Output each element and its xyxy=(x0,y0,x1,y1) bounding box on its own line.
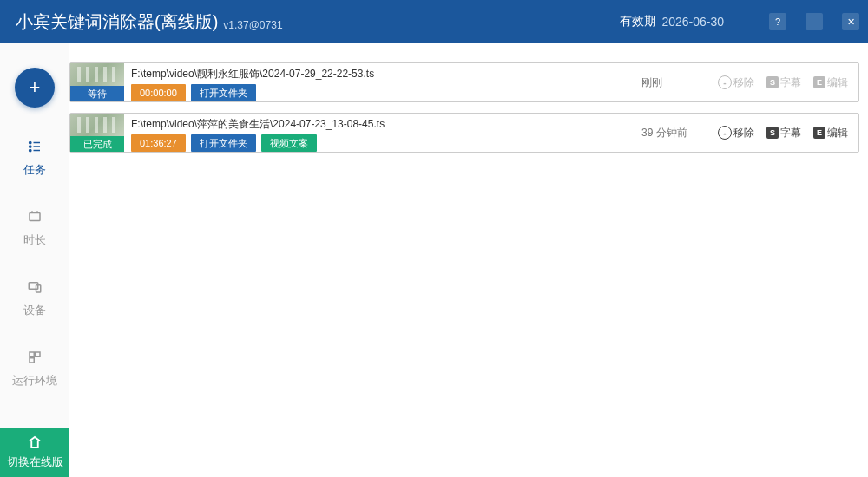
task-time: 刚刚 xyxy=(641,63,711,101)
svg-point-0 xyxy=(30,141,31,143)
tasks-icon xyxy=(27,139,43,159)
sidebar-item-runtime[interactable]: 运行环境 xyxy=(12,350,57,389)
svg-rect-6 xyxy=(30,213,40,221)
task-row: 等待 F:\temp\video\靓利永红服饰\2024-07-29_22-22… xyxy=(69,62,859,102)
subtitle-icon: S xyxy=(766,127,779,139)
close-icon: ✕ xyxy=(847,16,855,28)
close-button[interactable]: ✕ xyxy=(842,13,859,30)
remove-icon: - xyxy=(718,126,732,140)
sidebar-item-tasks[interactable]: 任务 xyxy=(23,139,46,178)
edit-button[interactable]: E 编辑 xyxy=(813,75,848,90)
sidebar-item-label: 设备 xyxy=(23,303,46,318)
sidebar-item-label: 任务 xyxy=(23,162,46,178)
help-icon: ? xyxy=(775,16,780,27)
svg-rect-11 xyxy=(30,352,34,356)
minimize-button[interactable]: — xyxy=(806,13,823,30)
expiry-label: 有效期 xyxy=(620,14,656,29)
plus-icon: + xyxy=(30,76,41,99)
subtitle-button[interactable]: S 字幕 xyxy=(766,75,801,90)
task-list: 等待 F:\temp\video\靓利永红服饰\2024-07-29_22-22… xyxy=(69,43,868,477)
add-button[interactable]: + xyxy=(15,68,55,108)
svg-rect-13 xyxy=(30,358,34,363)
titlebar: 小宾关键词消除器(离线版) v1.37@0731 有效期 2026-06-30 … xyxy=(0,0,868,43)
svg-point-2 xyxy=(30,146,31,147)
open-folder-button[interactable]: 打开文件夹 xyxy=(191,134,256,152)
sidebar: + 任务 时长 设备 xyxy=(0,43,69,477)
expiry-date: 2026-06-30 xyxy=(661,15,724,29)
task-path: F:\temp\video\萍萍的美食生活\2024-07-23_13-08-4… xyxy=(131,117,635,131)
task-thumbnail xyxy=(70,114,124,136)
svg-rect-12 xyxy=(36,352,40,356)
runtime-icon xyxy=(27,350,43,369)
task-duration-badge: 01:36:27 xyxy=(131,134,186,152)
duration-icon xyxy=(27,209,43,229)
edit-button[interactable]: E 编辑 xyxy=(813,126,848,140)
remove-button[interactable]: - 移除 xyxy=(718,75,754,90)
task-status: 已完成 xyxy=(70,136,124,152)
task-time: 39 分钟前 xyxy=(641,114,711,152)
subtitle-button[interactable]: S 字幕 xyxy=(766,126,801,140)
devices-icon xyxy=(27,279,43,299)
sidebar-item-label: 时长 xyxy=(23,232,46,248)
open-folder-button[interactable]: 打开文件夹 xyxy=(191,84,256,101)
sidebar-item-devices[interactable]: 设备 xyxy=(23,279,46,318)
svg-point-4 xyxy=(30,149,31,151)
app-title: 小宾关键词消除器(离线版) xyxy=(16,10,218,34)
task-row: 已完成 F:\temp\video\萍萍的美食生活\2024-07-23_13-… xyxy=(69,113,859,153)
remove-icon: - xyxy=(718,75,732,89)
task-thumbnail xyxy=(70,63,124,86)
sidebar-item-label: 运行环境 xyxy=(12,373,57,389)
help-button[interactable]: ? xyxy=(769,13,786,30)
task-status: 等待 xyxy=(70,86,124,101)
app-version: v1.37@0731 xyxy=(223,19,282,43)
remove-button[interactable]: - 移除 xyxy=(718,126,754,140)
video-script-button[interactable]: 视频文案 xyxy=(261,134,317,152)
edit-icon: E xyxy=(813,76,825,88)
switch-icon xyxy=(27,435,43,453)
edit-icon: E xyxy=(813,127,825,139)
minimize-icon: — xyxy=(810,16,819,27)
subtitle-icon: S xyxy=(766,76,779,88)
switch-online-button[interactable]: 切换在线版 xyxy=(0,428,69,477)
task-duration-badge: 00:00:00 xyxy=(131,84,186,101)
task-path: F:\temp\video\靓利永红服饰\2024-07-29_22-22-53… xyxy=(131,67,635,81)
switch-label: 切换在线版 xyxy=(7,454,63,470)
sidebar-item-duration[interactable]: 时长 xyxy=(23,209,46,248)
